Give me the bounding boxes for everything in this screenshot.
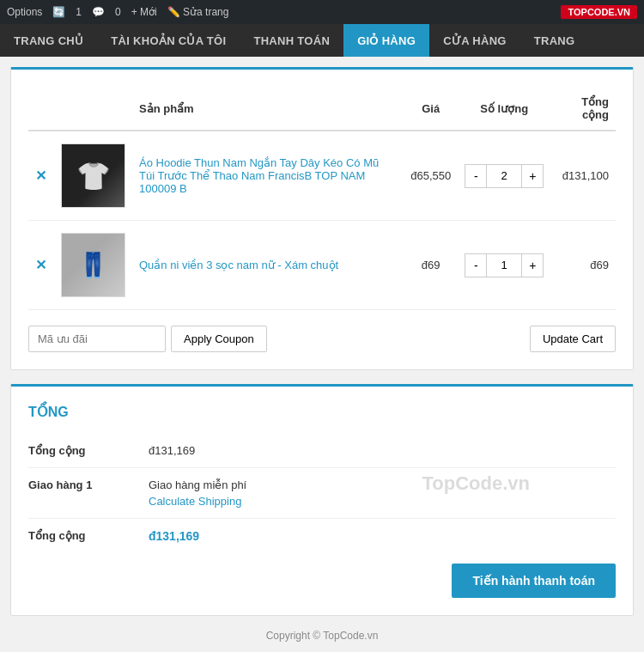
admin-icon2: 💬 <box>92 6 105 18</box>
total-row-2: Giao hàng 1 Giao hàng miễn phí Calculate… <box>28 468 616 519</box>
admin-new[interactable]: + Mới <box>131 6 157 18</box>
nav-tai-khoan[interactable]: TÀI KHOẢN CỦA TÔI <box>97 24 240 57</box>
calculate-shipping-link[interactable]: Calculate Shipping <box>149 495 616 508</box>
product-price-1: đ65,550 <box>410 169 451 182</box>
total-label-3: Tổng cộng <box>28 519 149 554</box>
product-image-cell-1 <box>54 131 132 221</box>
nav-gio-hang[interactable]: GIỎ HÀNG <box>343 24 429 57</box>
totals-table: Tổng cộng đ131,169 Giao hàng 1 Giao hàng… <box>28 434 616 553</box>
product-price-cell-1: đ65,550 <box>404 131 458 221</box>
qty-input-1[interactable] <box>487 164 521 188</box>
coupon-row: Apply Coupon Update Cart <box>28 326 616 352</box>
product-qty-cell-1: - + <box>458 131 550 221</box>
col-total-header: Tổng cộng <box>550 87 616 131</box>
qty-wrap-1: - + <box>465 164 544 188</box>
product-link-1[interactable]: Áo Hoodie Thun Nam Ngắn Tay Dây Kéo Có M… <box>139 156 379 195</box>
nav-trang[interactable]: TRANG <box>520 24 589 57</box>
coupon-input[interactable] <box>28 326 166 352</box>
remove-cell-2: ✕ <box>28 221 54 310</box>
footer: Copyright © TopCode.vn <box>10 616 634 652</box>
admin-options[interactable]: Options <box>7 6 42 18</box>
admin-count1: 1 <box>76 6 82 18</box>
product-name-cell-1: Áo Hoodie Thun Nam Ngắn Tay Dây Kéo Có M… <box>132 131 404 221</box>
update-cart-button[interactable]: Update Cart <box>530 326 616 352</box>
table-row: ✕ Áo Hoodie Thun Nam Ngắn Tay Dây Kéo Có… <box>28 131 616 221</box>
product-name-cell-2: Quần ni viền 3 sọc nam nữ - Xám chuột <box>132 221 404 310</box>
grand-total-value: đ131,169 <box>149 529 199 543</box>
product-image-2 <box>61 233 125 297</box>
product-total-2: đ69 <box>590 259 609 271</box>
total-label-2: Giao hàng 1 <box>28 468 149 519</box>
main-content: Sản phẩm Giá Số lượng Tổng cộng ✕ <box>0 57 644 652</box>
total-label-1: Tổng cộng <box>28 434 149 468</box>
totals-title: TỔNG <box>28 404 616 420</box>
nav-thanh-toan[interactable]: THANH TOÁN <box>240 24 343 57</box>
nav-cua-hang[interactable]: CỬA HÀNG <box>429 24 520 57</box>
product-qty-cell-2: - + <box>458 221 550 310</box>
product-image-cell-2 <box>54 221 132 310</box>
product-link-2[interactable]: Quần ni viền 3 sọc nam nữ - Xám chuột <box>139 259 338 271</box>
topcode-logo: TOPCODE.VN <box>561 5 637 19</box>
total-value-2: Giao hàng miễn phí Calculate Shipping <box>149 468 616 519</box>
product-total-cell-2: đ69 <box>550 221 616 310</box>
cart-table: Sản phẩm Giá Số lượng Tổng cộng ✕ <box>28 87 616 310</box>
product-total-1: đ131,100 <box>562 169 609 182</box>
checkout-button[interactable]: Tiến hành thanh toán <box>452 564 616 598</box>
product-total-cell-1: đ131,100 <box>550 131 616 221</box>
qty-decrease-2[interactable]: - <box>465 253 487 277</box>
checkout-wrap: Tiến hành thanh toán <box>28 553 616 598</box>
total-value-3: đ131,169 <box>149 519 616 554</box>
qty-increase-1[interactable]: + <box>521 164 544 188</box>
cart-section: Sản phẩm Giá Số lượng Tổng cộng ✕ <box>10 67 634 370</box>
totals-section: TỔNG TopCode.vn Tổng cộng đ131,169 Giao … <box>10 384 634 616</box>
col-image <box>54 87 132 131</box>
remove-item-1-button[interactable]: ✕ <box>35 168 46 184</box>
qty-input-2[interactable] <box>487 253 521 277</box>
coupon-left: Apply Coupon <box>28 326 267 352</box>
col-product-header: Sản phẩm <box>132 87 404 131</box>
admin-bar: Options 🔄 1 💬 0 + Mới ✏️ Sửa trang TOPCO… <box>0 0 644 24</box>
table-row: ✕ Quần ni viền 3 sọc nam nữ - Xám chuột … <box>28 221 616 310</box>
admin-edit[interactable]: ✏️ Sửa trang <box>167 6 229 18</box>
remove-item-2-button[interactable]: ✕ <box>35 257 46 273</box>
apply-coupon-button[interactable]: Apply Coupon <box>171 326 267 352</box>
total-row-1: Tổng cộng đ131,169 <box>28 434 616 468</box>
product-price-2: đ69 <box>422 259 440 271</box>
total-value-1: đ131,169 <box>149 434 616 468</box>
admin-icon1: 🔄 <box>52 6 65 18</box>
col-price-header: Giá <box>404 87 458 131</box>
total-row-3: Tổng cộng đ131,169 <box>28 519 616 554</box>
remove-cell-1: ✕ <box>28 131 54 221</box>
admin-count2: 0 <box>115 6 121 18</box>
qty-decrease-1[interactable]: - <box>465 164 487 188</box>
col-qty-header: Số lượng <box>458 87 550 131</box>
qty-wrap-2: - + <box>465 253 544 277</box>
qty-increase-2[interactable]: + <box>521 253 544 277</box>
nav-trang-chu[interactable]: TRANG CHỦ <box>0 24 97 57</box>
main-nav: TRANG CHỦ TÀI KHOẢN CỦA TÔI THANH TOÁN G… <box>0 24 644 57</box>
col-remove <box>28 87 54 131</box>
product-image-1 <box>61 143 125 208</box>
product-price-cell-2: đ69 <box>404 221 458 310</box>
